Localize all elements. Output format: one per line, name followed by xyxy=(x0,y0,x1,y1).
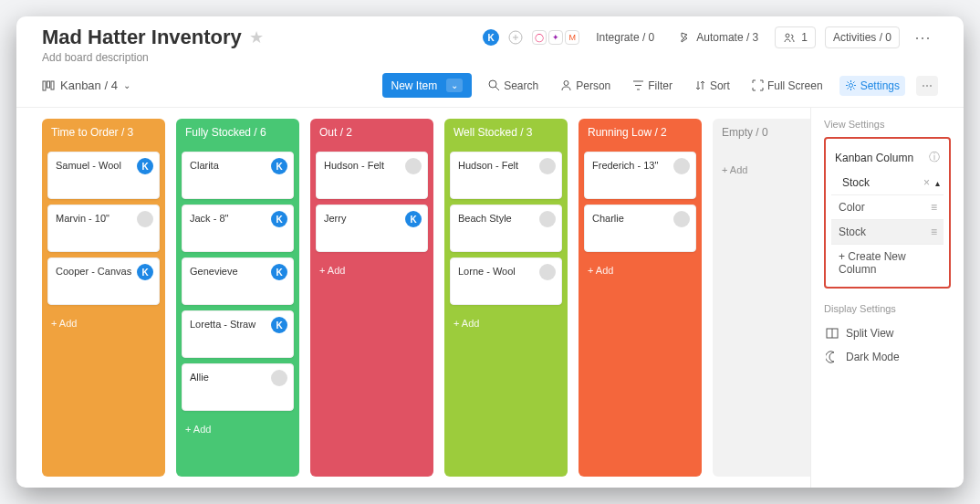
settings-button[interactable]: Settings xyxy=(839,76,905,96)
board-title: Mad Hatter Inventory xyxy=(42,26,242,49)
assignee-badge[interactable]: K xyxy=(405,211,422,227)
lane-header[interactable]: Empty / 0 xyxy=(713,119,810,146)
svg-point-7 xyxy=(849,84,852,88)
assignee-avatar[interactable] xyxy=(539,264,556,280)
automate-button[interactable]: Automate / 3 xyxy=(671,27,766,47)
kanban-card[interactable]: Samuel - WoolK xyxy=(47,152,160,199)
filter-label: Filter xyxy=(648,79,672,92)
lane-header[interactable]: Well Stocked / 3 xyxy=(444,119,568,146)
lane-header[interactable]: Fully Stocked / 6 xyxy=(176,119,299,146)
kanban-card[interactable]: Hudson - Felt xyxy=(450,152,562,199)
card-title: Charlie xyxy=(592,213,624,224)
kanban-card[interactable]: GenevieveK xyxy=(182,257,294,305)
search-button[interactable]: Search xyxy=(483,76,544,96)
members-icon xyxy=(783,31,796,44)
new-item-button[interactable]: New Item ⌄ xyxy=(382,73,473,98)
card-title: Jack - 8" xyxy=(190,213,228,224)
assignee-badge[interactable]: K xyxy=(271,317,287,333)
star-icon[interactable]: ★ xyxy=(249,27,264,47)
drag-icon[interactable]: ≡ xyxy=(931,226,936,238)
assignee-badge[interactable]: K xyxy=(271,211,287,227)
assignee-avatar[interactable] xyxy=(405,158,422,174)
info-icon[interactable]: ⓘ xyxy=(929,150,940,165)
kanban-card[interactable]: Allie xyxy=(182,363,294,411)
fullscreen-icon xyxy=(752,79,764,91)
add-card-button[interactable]: + Add xyxy=(42,310,165,336)
display-settings-heading: Display Settings xyxy=(824,303,951,314)
filter-icon xyxy=(632,79,644,91)
kanban-card[interactable]: ClaritaK xyxy=(182,152,294,199)
dark-mode-toggle[interactable]: Dark Mode xyxy=(824,345,951,369)
fullscreen-button[interactable]: Full Screen xyxy=(746,76,829,96)
more-tools-button[interactable]: ⋯ xyxy=(916,76,938,96)
lane-header[interactable]: Out / 2 xyxy=(310,119,433,146)
members-count: 1 xyxy=(801,31,808,44)
kanban-card[interactable]: Cooper - CanvasK xyxy=(47,257,160,305)
kanban-column-panel: Kanban Column ⓘ Stock × ▴ Color≡Stock≡ +… xyxy=(824,137,951,289)
add-card-button[interactable]: + Add xyxy=(310,257,433,283)
assignee-avatar[interactable] xyxy=(271,370,287,386)
lane-header[interactable]: Time to Order / 3 xyxy=(42,119,165,146)
kanban-lane: Out / 2Hudson - FeltJerryK+ Add xyxy=(310,119,433,477)
kanban-column-select[interactable]: Stock × ▴ xyxy=(831,171,944,194)
add-card-button[interactable]: + Add xyxy=(579,257,702,283)
assignee-badge[interactable]: K xyxy=(137,264,153,280)
clear-icon[interactable]: × xyxy=(923,176,930,189)
kanban-card[interactable]: Marvin - 10" xyxy=(47,205,160,252)
assignee-badge[interactable]: K xyxy=(137,158,153,174)
view-switcher[interactable]: Kanban / 4 ⌄ xyxy=(42,79,130,92)
drag-icon[interactable]: ≡ xyxy=(931,201,936,214)
assignee-avatar[interactable] xyxy=(673,158,690,174)
avatar-k[interactable]: K xyxy=(483,29,499,46)
kanban-card[interactable]: Loretta - StrawK xyxy=(182,310,294,358)
new-item-label: New Item xyxy=(391,79,438,92)
search-icon xyxy=(488,79,500,91)
add-card-button[interactable]: + Add xyxy=(176,416,299,442)
svg-point-5 xyxy=(489,80,496,88)
settings-label: Settings xyxy=(860,79,900,92)
more-menu-icon[interactable]: ⋯ xyxy=(909,27,938,47)
svg-rect-4 xyxy=(51,81,54,89)
board-description[interactable]: Add board description xyxy=(42,51,938,64)
card-title: Beach Style xyxy=(458,213,512,224)
kanban-card[interactable]: Lorne - Wool xyxy=(450,257,562,305)
kanban-card[interactable]: Hudson - Felt xyxy=(316,152,428,199)
card-title: Marvin - 10" xyxy=(56,213,109,224)
person-label: Person xyxy=(576,79,610,92)
split-view-toggle[interactable]: Split View xyxy=(824,321,951,345)
kanban-card[interactable]: Frederich - 13" xyxy=(584,152,696,199)
sort-button[interactable]: Sort xyxy=(689,76,735,96)
split-view-label: Split View xyxy=(846,327,893,340)
kanban-card[interactable]: Jack - 8"K xyxy=(182,205,294,252)
assignee-badge[interactable]: K xyxy=(271,158,287,174)
members-button[interactable]: 1 xyxy=(775,26,816,48)
caret-up-icon[interactable]: ▴ xyxy=(935,178,940,188)
person-button[interactable]: Person xyxy=(555,76,616,96)
create-new-column[interactable]: + Create New Column xyxy=(831,244,944,281)
card-title: Clarita xyxy=(190,160,219,171)
kanban-card[interactable]: JerryK xyxy=(316,205,428,252)
kanban-card[interactable]: Charlie xyxy=(584,205,696,252)
assignee-avatar[interactable] xyxy=(539,158,556,174)
lane-header[interactable]: Running Low / 2 xyxy=(579,119,702,146)
column-option[interactable]: Color≡ xyxy=(831,194,944,219)
kanban-card[interactable]: Beach Style xyxy=(450,205,562,252)
integrate-button[interactable]: Integrate / 0 xyxy=(589,27,662,47)
add-card-button[interactable]: + Add xyxy=(713,157,810,183)
automate-label: Automate / 3 xyxy=(696,31,758,44)
svg-rect-2 xyxy=(43,81,46,90)
assignee-avatar[interactable] xyxy=(539,211,556,227)
kanban-icon xyxy=(42,79,55,92)
activities-button[interactable]: Activities / 0 xyxy=(825,26,900,48)
assignee-avatar[interactable] xyxy=(673,211,690,227)
assignee-badge[interactable]: K xyxy=(271,264,287,280)
split-view-icon xyxy=(826,327,839,340)
integration-icons: ◯ ✦ M xyxy=(532,30,579,45)
add-card-button[interactable]: + Add xyxy=(444,310,568,336)
view-settings-heading: View Settings xyxy=(824,119,951,130)
assignee-avatar[interactable] xyxy=(137,211,153,227)
automate-icon xyxy=(678,31,691,44)
column-option[interactable]: Stock≡ xyxy=(831,219,944,244)
filter-button[interactable]: Filter xyxy=(627,76,678,96)
chevron-down-icon[interactable]: ⌄ xyxy=(446,79,463,92)
